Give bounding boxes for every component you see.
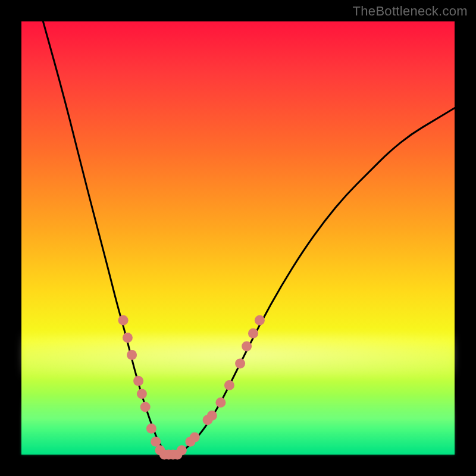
marker-dot [118,315,129,325]
plot-area [21,21,455,455]
marker-dot [190,432,200,442]
chart-frame: TheBottleneck.com [0,0,476,476]
marker-dot [133,376,143,386]
marker-dot [207,411,217,421]
marker-dot [242,342,252,352]
marker-dot [151,437,161,447]
marker-dot [140,402,151,412]
marker-dot [177,445,187,455]
marker-dot [224,380,234,390]
marker-dot [235,359,245,369]
marker-dot [215,397,226,408]
marker-dot [255,315,265,325]
chart-svg [21,21,455,455]
marker-dot [248,328,258,339]
marker-dot [123,333,133,343]
bottleneck-curve [43,21,455,455]
marker-dot [146,424,156,434]
marker-dot [137,389,147,399]
watermark-text: TheBottleneck.com [353,4,468,19]
marker-dot [127,350,137,360]
